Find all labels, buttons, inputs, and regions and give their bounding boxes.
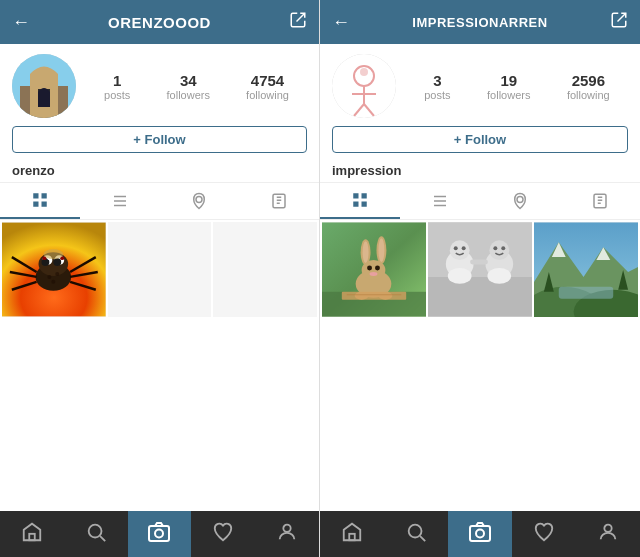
grid-cell-babies[interactable] xyxy=(428,222,532,317)
nav-camera-left[interactable] xyxy=(128,511,192,557)
svg-point-89 xyxy=(487,268,511,284)
stats-row-left: 1 posts 34 followers 4754 following xyxy=(86,72,307,101)
profile-icon-right xyxy=(597,521,619,548)
svg-point-34 xyxy=(51,280,55,284)
svg-point-35 xyxy=(43,249,63,259)
svg-rect-74 xyxy=(342,292,406,300)
grid-cell-spider[interactable] xyxy=(2,222,106,317)
svg-point-80 xyxy=(450,240,470,260)
grid-cell-empty-2 xyxy=(213,222,317,317)
tab-grid-left[interactable] xyxy=(0,183,80,219)
svg-point-57 xyxy=(517,197,523,203)
grid-cell-mountains[interactable] xyxy=(534,222,638,317)
back-button-right[interactable]: ← xyxy=(332,12,350,33)
svg-rect-77 xyxy=(428,277,532,317)
tab-location-right[interactable] xyxy=(480,183,560,219)
svg-point-84 xyxy=(489,240,509,260)
empty-space-right xyxy=(320,368,640,512)
svg-rect-5 xyxy=(33,193,38,198)
topbar-left: ← ORENZOOOD xyxy=(0,0,319,44)
svg-rect-50 xyxy=(353,193,358,198)
svg-line-101 xyxy=(420,536,425,541)
avatar-right xyxy=(332,54,396,118)
svg-line-0 xyxy=(297,13,305,21)
bottom-nav-left xyxy=(0,511,319,557)
tab-person-left[interactable] xyxy=(239,183,319,219)
username-left: orenzo xyxy=(0,159,319,182)
share-button-left[interactable] xyxy=(289,11,307,34)
nav-heart-right[interactable] xyxy=(512,511,576,557)
svg-point-67 xyxy=(363,241,369,263)
svg-point-68 xyxy=(378,238,384,262)
stats-row-right: 3 posts 19 followers 2596 following xyxy=(406,72,628,101)
svg-point-12 xyxy=(196,197,202,203)
svg-point-100 xyxy=(409,524,422,537)
panel-impressionarren: ← IMPRESSIONARREN xyxy=(320,0,640,557)
profile-section-left: 1 posts 34 followers 4754 following + Fo… xyxy=(0,44,319,159)
image-grid-right xyxy=(320,220,640,368)
camera-icon xyxy=(147,520,171,549)
svg-point-37 xyxy=(88,524,101,537)
svg-rect-7 xyxy=(33,202,38,207)
svg-point-86 xyxy=(501,246,505,250)
username-right: impression xyxy=(320,159,640,182)
svg-rect-36 xyxy=(29,533,35,539)
heart-icon-right xyxy=(533,521,555,548)
svg-line-42 xyxy=(617,13,625,21)
nav-search-right[interactable] xyxy=(384,511,448,557)
topbar-right: ← IMPRESSIONARREN xyxy=(320,0,640,44)
svg-rect-96 xyxy=(559,287,613,299)
nav-home-right[interactable] xyxy=(320,511,384,557)
heart-icon xyxy=(212,521,234,548)
tab-list-right[interactable] xyxy=(400,183,480,219)
svg-rect-8 xyxy=(41,202,46,207)
profile-row-left: 1 posts 34 followers 4754 following xyxy=(12,54,307,118)
grid-cell-rabbit[interactable] xyxy=(322,222,426,317)
svg-rect-102 xyxy=(470,526,490,541)
nav-profile-right[interactable] xyxy=(576,511,640,557)
nav-profile-left[interactable] xyxy=(255,511,319,557)
svg-point-41 xyxy=(283,524,290,531)
grid-cell-empty-1 xyxy=(108,222,212,317)
tab-list-left[interactable] xyxy=(80,183,160,219)
svg-point-40 xyxy=(155,529,163,537)
svg-point-32 xyxy=(47,275,51,279)
nav-search-left[interactable] xyxy=(64,511,128,557)
svg-point-103 xyxy=(476,529,484,537)
svg-point-104 xyxy=(604,524,611,531)
svg-point-69 xyxy=(367,266,372,271)
image-grid-left xyxy=(0,220,319,368)
nav-home-left[interactable] xyxy=(0,511,64,557)
stat-posts-right: 3 posts xyxy=(424,72,450,101)
share-button-right[interactable] xyxy=(610,11,628,34)
nav-camera-right[interactable] xyxy=(448,511,512,557)
tab-person-right[interactable] xyxy=(560,183,640,219)
svg-line-38 xyxy=(100,536,105,541)
topbar-title-left: ORENZOOOD xyxy=(108,14,211,31)
follow-button-right[interactable]: + Follow xyxy=(332,126,628,153)
topbar-title-right: IMPRESSIONARREN xyxy=(412,15,547,30)
back-button[interactable]: ← xyxy=(12,12,30,33)
tab-location-left[interactable] xyxy=(160,183,240,219)
svg-rect-99 xyxy=(349,533,355,539)
search-icon-right xyxy=(405,521,427,548)
follow-button-left[interactable]: + Follow xyxy=(12,126,307,153)
svg-point-22 xyxy=(53,258,61,266)
avatar-left xyxy=(12,54,76,118)
stat-following-left: 4754 following xyxy=(246,72,289,101)
nav-heart-left[interactable] xyxy=(191,511,255,557)
svg-rect-78 xyxy=(428,222,532,276)
home-icon xyxy=(21,521,43,548)
svg-point-70 xyxy=(375,266,380,271)
svg-rect-39 xyxy=(149,526,169,541)
svg-rect-6 xyxy=(41,193,46,198)
svg-rect-51 xyxy=(362,193,367,198)
tab-grid-right[interactable] xyxy=(320,183,400,219)
svg-point-88 xyxy=(448,268,472,284)
svg-point-82 xyxy=(462,246,466,250)
tabs-left xyxy=(0,182,319,220)
profile-row-right: 3 posts 19 followers 2596 following xyxy=(332,54,628,118)
home-icon-right xyxy=(341,521,363,548)
bottom-nav-right xyxy=(320,511,640,557)
svg-point-33 xyxy=(55,272,59,276)
